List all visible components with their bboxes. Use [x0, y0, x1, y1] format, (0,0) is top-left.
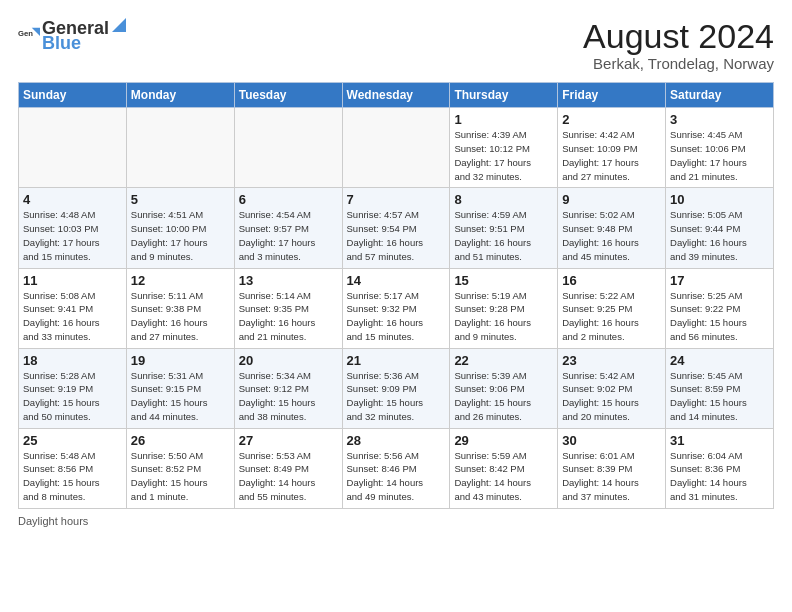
day-info: Sunrise: 5:25 AMSunset: 9:22 PMDaylight:… — [670, 289, 769, 344]
day-info: Sunrise: 5:59 AMSunset: 8:42 PMDaylight:… — [454, 449, 553, 504]
day-cell — [126, 108, 234, 188]
day-cell: 2Sunrise: 4:42 AMSunset: 10:09 PMDayligh… — [558, 108, 666, 188]
col-header-wednesday: Wednesday — [342, 83, 450, 108]
week-row-5: 25Sunrise: 5:48 AMSunset: 8:56 PMDayligh… — [19, 428, 774, 508]
day-info: Sunrise: 4:59 AMSunset: 9:51 PMDaylight:… — [454, 208, 553, 263]
day-number: 27 — [239, 433, 338, 448]
day-cell: 7Sunrise: 4:57 AMSunset: 9:54 PMDaylight… — [342, 188, 450, 268]
day-info: Sunrise: 5:17 AMSunset: 9:32 PMDaylight:… — [347, 289, 446, 344]
day-info: Sunrise: 5:42 AMSunset: 9:02 PMDaylight:… — [562, 369, 661, 424]
day-info: Sunrise: 5:19 AMSunset: 9:28 PMDaylight:… — [454, 289, 553, 344]
day-info: Sunrise: 5:56 AMSunset: 8:46 PMDaylight:… — [347, 449, 446, 504]
day-info: Sunrise: 4:51 AMSunset: 10:00 PMDaylight… — [131, 208, 230, 263]
col-header-thursday: Thursday — [450, 83, 558, 108]
week-row-2: 4Sunrise: 4:48 AMSunset: 10:03 PMDayligh… — [19, 188, 774, 268]
day-number: 6 — [239, 192, 338, 207]
day-cell: 27Sunrise: 5:53 AMSunset: 8:49 PMDayligh… — [234, 428, 342, 508]
day-number: 18 — [23, 353, 122, 368]
day-info: Sunrise: 5:39 AMSunset: 9:06 PMDaylight:… — [454, 369, 553, 424]
day-cell: 5Sunrise: 4:51 AMSunset: 10:00 PMDayligh… — [126, 188, 234, 268]
day-cell: 12Sunrise: 5:11 AMSunset: 9:38 PMDayligh… — [126, 268, 234, 348]
day-cell: 24Sunrise: 5:45 AMSunset: 8:59 PMDayligh… — [666, 348, 774, 428]
day-number: 31 — [670, 433, 769, 448]
day-info: Sunrise: 5:02 AMSunset: 9:48 PMDaylight:… — [562, 208, 661, 263]
day-number: 3 — [670, 112, 769, 127]
day-cell: 20Sunrise: 5:34 AMSunset: 9:12 PMDayligh… — [234, 348, 342, 428]
day-number: 23 — [562, 353, 661, 368]
day-cell — [234, 108, 342, 188]
day-cell: 26Sunrise: 5:50 AMSunset: 8:52 PMDayligh… — [126, 428, 234, 508]
day-info: Sunrise: 5:50 AMSunset: 8:52 PMDaylight:… — [131, 449, 230, 504]
day-number: 2 — [562, 112, 661, 127]
day-info: Sunrise: 5:05 AMSunset: 9:44 PMDaylight:… — [670, 208, 769, 263]
day-cell: 25Sunrise: 5:48 AMSunset: 8:56 PMDayligh… — [19, 428, 127, 508]
col-header-monday: Monday — [126, 83, 234, 108]
day-info: Sunrise: 5:36 AMSunset: 9:09 PMDaylight:… — [347, 369, 446, 424]
week-row-3: 11Sunrise: 5:08 AMSunset: 9:41 PMDayligh… — [19, 268, 774, 348]
day-number: 28 — [347, 433, 446, 448]
day-number: 7 — [347, 192, 446, 207]
day-number: 21 — [347, 353, 446, 368]
day-cell — [19, 108, 127, 188]
day-info: Sunrise: 4:57 AMSunset: 9:54 PMDaylight:… — [347, 208, 446, 263]
day-info: Sunrise: 5:53 AMSunset: 8:49 PMDaylight:… — [239, 449, 338, 504]
svg-marker-1 — [32, 28, 40, 36]
day-cell: 29Sunrise: 5:59 AMSunset: 8:42 PMDayligh… — [450, 428, 558, 508]
day-cell: 1Sunrise: 4:39 AMSunset: 10:12 PMDayligh… — [450, 108, 558, 188]
day-cell: 6Sunrise: 4:54 AMSunset: 9:57 PMDaylight… — [234, 188, 342, 268]
day-cell: 9Sunrise: 5:02 AMSunset: 9:48 PMDaylight… — [558, 188, 666, 268]
day-cell: 3Sunrise: 4:45 AMSunset: 10:06 PMDayligh… — [666, 108, 774, 188]
day-info: Sunrise: 5:31 AMSunset: 9:15 PMDaylight:… — [131, 369, 230, 424]
day-cell: 17Sunrise: 5:25 AMSunset: 9:22 PMDayligh… — [666, 268, 774, 348]
day-cell: 19Sunrise: 5:31 AMSunset: 9:15 PMDayligh… — [126, 348, 234, 428]
day-cell: 15Sunrise: 5:19 AMSunset: 9:28 PMDayligh… — [450, 268, 558, 348]
day-info: Sunrise: 4:48 AMSunset: 10:03 PMDaylight… — [23, 208, 122, 263]
col-header-friday: Friday — [558, 83, 666, 108]
day-number: 29 — [454, 433, 553, 448]
week-row-4: 18Sunrise: 5:28 AMSunset: 9:19 PMDayligh… — [19, 348, 774, 428]
day-number: 13 — [239, 273, 338, 288]
day-cell: 8Sunrise: 4:59 AMSunset: 9:51 PMDaylight… — [450, 188, 558, 268]
day-cell: 23Sunrise: 5:42 AMSunset: 9:02 PMDayligh… — [558, 348, 666, 428]
day-number: 14 — [347, 273, 446, 288]
day-cell: 21Sunrise: 5:36 AMSunset: 9:09 PMDayligh… — [342, 348, 450, 428]
day-number: 19 — [131, 353, 230, 368]
day-number: 25 — [23, 433, 122, 448]
title-block: August 2024 Berkak, Trondelag, Norway — [583, 18, 774, 72]
subtitle: Berkak, Trondelag, Norway — [583, 55, 774, 72]
day-info: Sunrise: 5:22 AMSunset: 9:25 PMDaylight:… — [562, 289, 661, 344]
day-cell: 18Sunrise: 5:28 AMSunset: 9:19 PMDayligh… — [19, 348, 127, 428]
header-row: SundayMondayTuesdayWednesdayThursdayFrid… — [19, 83, 774, 108]
day-number: 20 — [239, 353, 338, 368]
col-header-saturday: Saturday — [666, 83, 774, 108]
day-number: 26 — [131, 433, 230, 448]
logo: Gen General Blue — [18, 18, 128, 54]
day-cell: 10Sunrise: 5:05 AMSunset: 9:44 PMDayligh… — [666, 188, 774, 268]
day-info: Sunrise: 4:45 AMSunset: 10:06 PMDaylight… — [670, 128, 769, 183]
col-header-tuesday: Tuesday — [234, 83, 342, 108]
day-number: 22 — [454, 353, 553, 368]
day-info: Sunrise: 6:04 AMSunset: 8:36 PMDaylight:… — [670, 449, 769, 504]
day-info: Sunrise: 5:11 AMSunset: 9:38 PMDaylight:… — [131, 289, 230, 344]
day-cell: 31Sunrise: 6:04 AMSunset: 8:36 PMDayligh… — [666, 428, 774, 508]
day-info: Sunrise: 4:39 AMSunset: 10:12 PMDaylight… — [454, 128, 553, 183]
day-number: 4 — [23, 192, 122, 207]
day-cell: 4Sunrise: 4:48 AMSunset: 10:03 PMDayligh… — [19, 188, 127, 268]
day-cell — [342, 108, 450, 188]
day-cell: 30Sunrise: 6:01 AMSunset: 8:39 PMDayligh… — [558, 428, 666, 508]
day-cell: 16Sunrise: 5:22 AMSunset: 9:25 PMDayligh… — [558, 268, 666, 348]
day-number: 1 — [454, 112, 553, 127]
svg-marker-2 — [112, 18, 126, 32]
day-info: Sunrise: 4:54 AMSunset: 9:57 PMDaylight:… — [239, 208, 338, 263]
day-number: 11 — [23, 273, 122, 288]
footer-note: Daylight hours — [18, 515, 774, 527]
day-info: Sunrise: 5:28 AMSunset: 9:19 PMDaylight:… — [23, 369, 122, 424]
calendar-table: SundayMondayTuesdayWednesdayThursdayFrid… — [18, 82, 774, 508]
day-number: 12 — [131, 273, 230, 288]
svg-text:Gen: Gen — [18, 29, 33, 38]
day-info: Sunrise: 5:34 AMSunset: 9:12 PMDaylight:… — [239, 369, 338, 424]
logo-triangle — [110, 16, 128, 34]
day-number: 5 — [131, 192, 230, 207]
day-cell: 28Sunrise: 5:56 AMSunset: 8:46 PMDayligh… — [342, 428, 450, 508]
day-number: 15 — [454, 273, 553, 288]
